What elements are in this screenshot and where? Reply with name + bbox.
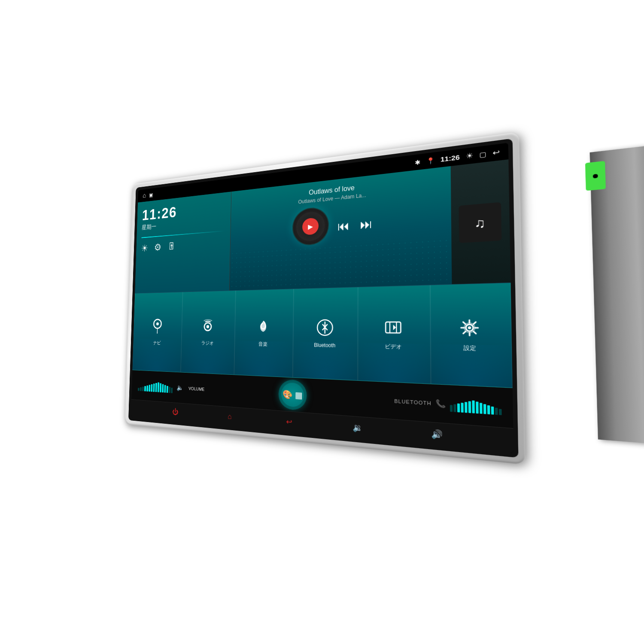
screen-bezel: ⌂ ▣ ✱ 📍 11:26 ☀ ▢ ↩ — [128, 138, 518, 458]
vol-bar-3 — [142, 386, 144, 391]
bluetooth-label: Bluetooth — [314, 342, 335, 349]
vol-bar-2 — [140, 387, 142, 391]
bt-call-icon: 📞 — [435, 399, 446, 409]
app-tile-music[interactable]: 音楽 — [234, 289, 294, 378]
home-icon[interactable]: ⌂ — [143, 192, 146, 200]
music-controls: ⏮ ⏭ — [337, 217, 373, 234]
music-title: Outlaws of love — [309, 184, 355, 197]
vol-bar-11 — [160, 383, 161, 392]
video-icon — [383, 317, 404, 339]
bt-bar-3 — [457, 403, 460, 412]
status-right: ✱ 📍 11:26 ☀ ▢ ↩ — [415, 148, 500, 167]
app-tile-navi[interactable]: ナビ — [132, 292, 183, 373]
app-grid: ナビ — [132, 283, 512, 389]
dot-overlay — [230, 238, 452, 291]
bt-bar-9 — [480, 403, 483, 414]
music-label: 音楽 — [258, 341, 268, 348]
vol-bar-12 — [162, 384, 164, 392]
video-label: ビデオ — [385, 343, 402, 351]
svg-rect-0 — [469, 213, 491, 233]
svg-rect-7 — [386, 322, 401, 333]
radio-icon — [200, 318, 216, 337]
vol-bar-4 — [144, 386, 146, 391]
bt-bar-6 — [468, 401, 471, 413]
music-subtitle: Outlaws of Love — Adam La... — [298, 192, 366, 205]
stereo-unit: ⌂ ▣ ✱ 📍 11:26 ☀ ▢ ↩ — [123, 121, 614, 535]
album-art: ▶ — [292, 206, 329, 246]
bt-bar-1 — [450, 405, 453, 412]
vol-down-button[interactable]: 🔉 — [353, 422, 363, 433]
app-tile-settings[interactable]: 設定 — [430, 283, 513, 389]
vol-up-button[interactable]: 🔊 — [431, 428, 442, 440]
navi-icon — [150, 317, 164, 337]
bt-bar-10 — [483, 404, 486, 414]
clock-divider — [141, 231, 225, 238]
brightness-ctrl-icon[interactable]: ☀ — [141, 243, 148, 254]
music-note-panel: ♫ — [451, 160, 511, 285]
bt-bar-14 — [499, 409, 502, 415]
palette-icon[interactable]: 🎨 — [283, 389, 293, 400]
green-brand-label — [585, 161, 606, 191]
clock-display: 11:26 星期一 — [142, 198, 225, 232]
side-bracket — [590, 142, 644, 447]
settings-label: 設定 — [464, 344, 477, 352]
vol-bar-16 — [171, 388, 173, 393]
vol-bar-1 — [138, 388, 140, 391]
scene: ⌂ ▣ ✱ 📍 11:26 ☀ ▢ ↩ — [64, 129, 580, 515]
bt-bar-11 — [487, 405, 490, 414]
bt-bar-7 — [472, 400, 475, 413]
bt-bar-8 — [476, 401, 479, 413]
bt-label: BLUETOOTH — [394, 398, 431, 406]
vol-bar-10 — [158, 382, 159, 392]
music-note-box: ♫ — [459, 202, 501, 243]
center-circle: 🎨 ▦ — [278, 379, 307, 411]
music-icon — [255, 318, 272, 337]
prev-button[interactable]: ⏮ — [337, 219, 349, 234]
volume-bars — [138, 380, 173, 393]
vol-bar-15 — [169, 387, 170, 393]
screen: ⌂ ▣ ✱ 📍 11:26 ☀ ▢ ↩ — [131, 143, 514, 453]
svg-text:♫: ♫ — [474, 215, 485, 231]
status-time: 11:26 — [440, 153, 460, 163]
settings-icon — [458, 317, 482, 340]
back-button[interactable]: ↩ — [286, 417, 292, 427]
volume-icon: 🔈 — [176, 384, 183, 392]
app-tile-video[interactable]: ビデオ — [358, 285, 431, 385]
bt-bar-4 — [461, 402, 463, 412]
app-tile-bluetooth[interactable]: Bluetooth — [293, 287, 358, 381]
windows-icon[interactable]: ▢ — [479, 150, 486, 158]
vol-bar-7 — [151, 384, 152, 392]
grid-icon[interactable]: ▦ — [295, 389, 303, 400]
bt-bar-2 — [453, 404, 456, 412]
equalizer-ctrl-icon[interactable]: 🎚 — [167, 240, 176, 252]
music-note-icon: ♫ — [467, 210, 493, 236]
volume-label: VOLUME — [188, 386, 204, 392]
bt-section: BLUETOOTH 📞 — [311, 389, 502, 415]
vol-bar-8 — [153, 383, 155, 392]
svg-point-12 — [468, 326, 471, 329]
bt-bar-13 — [495, 407, 498, 415]
center-buttons: 🎨 ▦ — [278, 379, 307, 411]
svg-point-5 — [207, 325, 210, 328]
vol-bar-6 — [149, 385, 150, 392]
vol-bar-13 — [164, 385, 166, 392]
vol-bar-9 — [155, 383, 157, 392]
radio-label: ラジオ — [201, 340, 213, 346]
next-button[interactable]: ⏭ — [360, 217, 372, 232]
bluetooth-app-icon — [316, 318, 334, 339]
brightness-icon[interactable]: ☀ — [466, 151, 473, 161]
settings-ctrl-icon[interactable]: ⚙ — [154, 242, 161, 253]
bt-bars — [450, 397, 502, 415]
svg-point-6 — [317, 320, 333, 335]
home-button[interactable]: ⌂ — [228, 413, 232, 422]
power-button[interactable]: ⏻ — [172, 408, 178, 416]
location-icon: 📍 — [426, 157, 434, 165]
app-tile-radio[interactable]: ラジオ — [181, 291, 236, 375]
svg-point-11 — [466, 325, 473, 331]
back-icon[interactable]: ↩ — [492, 148, 500, 158]
media-icon: ▣ — [149, 192, 153, 198]
vol-bar-14 — [167, 386, 168, 392]
phys-buttons: ⏻ ⌂ ↩ 🔉 🔊 — [131, 399, 514, 453]
left-panel: 11:26 星期一 ☀ ⚙ 🎚 — [135, 192, 231, 294]
svg-marker-10 — [393, 325, 396, 330]
